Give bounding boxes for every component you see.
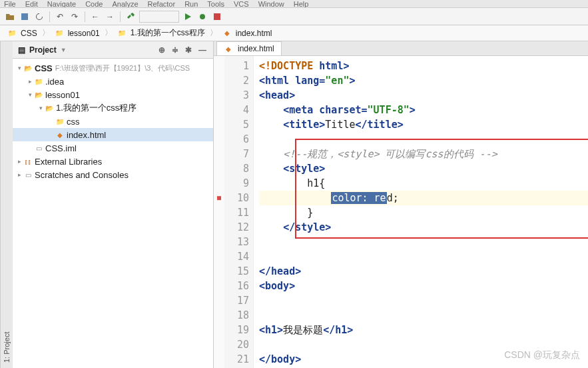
hide-icon[interactable]: — bbox=[198, 45, 208, 55]
line-numbers: 12345678910111213141516171819202122 bbox=[224, 56, 254, 368]
project-icon: ▤ bbox=[18, 45, 25, 55]
forward-icon[interactable]: → bbox=[104, 11, 116, 23]
run-dropdown[interactable] bbox=[139, 11, 179, 23]
collapse-icon[interactable]: ≑ bbox=[172, 45, 181, 55]
text-selection: color: re bbox=[331, 192, 386, 204]
debug-icon[interactable] bbox=[196, 11, 208, 23]
menu-run[interactable]: Run bbox=[184, 0, 198, 8]
run-icon[interactable] bbox=[182, 11, 194, 23]
crumb-root[interactable]: 📁CSS bbox=[4, 28, 41, 39]
sidebar-tab-project[interactable]: 1: Project bbox=[0, 41, 13, 368]
tree-item-index[interactable]: ◆index.html bbox=[13, 128, 213, 141]
svg-rect-0 bbox=[21, 13, 28, 20]
project-panel: ▤ Project ▼ ⊕ ≑ ✱ — ▾📂CSSF:\班级管理\西开【1992… bbox=[13, 41, 214, 368]
undo-icon[interactable]: ↶ bbox=[54, 11, 66, 23]
gutter-marks: ■ bbox=[214, 56, 224, 368]
breakpoint-icon: ■ bbox=[214, 191, 224, 205]
editor-area: ◆index.html ■ 12345678910111213141516171… bbox=[214, 41, 588, 368]
menu-refactor[interactable]: Refactor bbox=[148, 0, 176, 8]
code-editor[interactable]: ■ 12345678910111213141516171819202122 <!… bbox=[214, 56, 588, 368]
project-tree[interactable]: ▾📂CSSF:\班级管理\西开【19921】\3、代码\CSS ▸📁.idea … bbox=[13, 59, 213, 368]
crumb-app[interactable]: 📁1.我的第一个css程序 bbox=[114, 27, 208, 39]
breadcrumb: 📁CSS 〉 📁lesson01 〉 📁1.我的第一个css程序 〉 ◆inde… bbox=[0, 25, 588, 41]
crumb-file[interactable]: ◆index.html bbox=[219, 28, 276, 39]
crumb-lesson[interactable]: 📁lesson01 bbox=[51, 28, 103, 39]
hammer-icon[interactable] bbox=[125, 11, 137, 23]
menu-analyze[interactable]: Analyze bbox=[112, 0, 138, 8]
menu-code[interactable]: Code bbox=[85, 0, 103, 8]
open-icon[interactable] bbox=[4, 11, 16, 23]
redo-icon[interactable]: ↷ bbox=[69, 11, 81, 23]
refresh-icon[interactable] bbox=[33, 11, 45, 23]
menu-navigate[interactable]: Navigate bbox=[47, 0, 76, 8]
stop-icon[interactable] bbox=[211, 11, 223, 23]
back-icon[interactable]: ← bbox=[89, 11, 101, 23]
menu-tools[interactable]: Tools bbox=[207, 0, 224, 8]
menu-window[interactable]: Window bbox=[258, 0, 284, 8]
menu-vcs[interactable]: VCS bbox=[234, 0, 249, 8]
settings-icon[interactable]: ✱ bbox=[185, 45, 194, 55]
panel-title: Project bbox=[29, 45, 57, 55]
save-icon[interactable] bbox=[19, 11, 31, 23]
menu-help[interactable]: Help bbox=[294, 0, 309, 8]
svg-rect-2 bbox=[214, 13, 220, 20]
svg-point-1 bbox=[200, 14, 205, 19]
code-content[interactable]: <!DOCTYPE html> <html lang="en"> <head> … bbox=[254, 56, 588, 368]
menu-bar[interactable]: File Edit Navigate Code Analyze Refactor… bbox=[0, 0, 588, 8]
editor-tab-index[interactable]: ◆index.html bbox=[216, 41, 282, 55]
editor-tabs: ◆index.html bbox=[214, 41, 588, 56]
target-icon[interactable]: ⊕ bbox=[158, 45, 168, 55]
menu-file[interactable]: File bbox=[4, 0, 16, 8]
menu-edit[interactable]: Edit bbox=[25, 0, 38, 8]
watermark: CSDN @玩复杂点 bbox=[504, 349, 580, 361]
toolbar: ↶ ↷ ← → bbox=[0, 8, 588, 25]
